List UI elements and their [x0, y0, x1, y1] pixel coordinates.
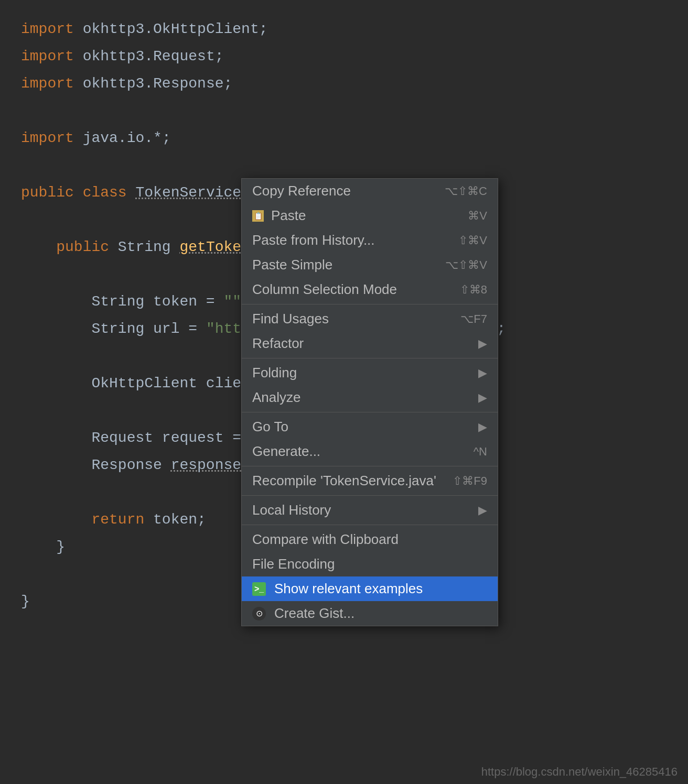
- menu-item-label: Folding: [252, 365, 297, 381]
- submenu-arrow-icon: ▶: [478, 504, 487, 517]
- menu-item-analyze[interactable]: Analyze ▶: [242, 385, 498, 410]
- menu-item-label: ⊙ Create Gist...: [252, 605, 354, 622]
- menu-item-label: Compare with Clipboard: [252, 531, 399, 548]
- status-url: https://blog.csdn.net/weixin_46285416: [481, 765, 678, 778]
- code-line: [0, 97, 688, 125]
- menu-separator: [242, 525, 498, 525]
- menu-shortcut: ⌥⇧⌘V: [445, 258, 487, 272]
- menu-separator: [242, 358, 498, 358]
- menu-item-label: Paste Simple: [252, 257, 332, 273]
- code-line: import okhttp3.Request;: [0, 43, 688, 70]
- menu-item-generate[interactable]: Generate... ^N: [242, 439, 498, 464]
- menu-separator: [242, 304, 498, 304]
- menu-item-label: Column Selection Mode: [252, 281, 397, 298]
- menu-item-label: Copy Reference: [252, 183, 351, 199]
- menu-item-paste[interactable]: 📋 Paste ⌘V: [242, 203, 498, 228]
- menu-item-refactor[interactable]: Refactor ▶: [242, 331, 498, 356]
- menu-shortcut: ^N: [474, 445, 487, 459]
- menu-item-show-examples[interactable]: >_ Show relevant examples: [242, 576, 498, 601]
- menu-separator: [242, 466, 498, 466]
- menu-item-label: Go To: [252, 419, 288, 435]
- menu-item-label: Refactor: [252, 335, 304, 352]
- submenu-arrow-icon: ▶: [478, 366, 487, 380]
- menu-item-label: Generate...: [252, 443, 320, 460]
- status-bar: https://blog.csdn.net/weixin_46285416: [481, 765, 678, 779]
- menu-shortcut: ⇧⌘8: [460, 283, 487, 297]
- menu-item-file-encoding[interactable]: File Encoding: [242, 552, 498, 576]
- menu-item-label: Analyze: [252, 389, 301, 406]
- submenu-arrow-icon: ▶: [478, 391, 487, 405]
- menu-item-local-history[interactable]: Local History ▶: [242, 498, 498, 522]
- menu-item-label: Local History: [252, 502, 331, 518]
- menu-item-go-to[interactable]: Go To ▶: [242, 415, 498, 439]
- menu-item-find-usages[interactable]: Find Usages ⌥F7: [242, 307, 498, 331]
- menu-item-label: >_ Show relevant examples: [252, 581, 423, 597]
- context-menu: Copy Reference ⌥⇧⌘C 📋 Paste ⌘V Paste fro…: [241, 178, 498, 626]
- code-line: [0, 152, 688, 179]
- menu-item-compare-clipboard[interactable]: Compare with Clipboard: [242, 527, 498, 552]
- code-line: import okhttp3.Response;: [0, 70, 688, 97]
- github-icon: ⊙: [252, 607, 266, 620]
- menu-item-label: Find Usages: [252, 311, 329, 327]
- menu-item-label: 📋 Paste: [252, 208, 306, 224]
- menu-item-label: Paste from History...: [252, 232, 375, 248]
- menu-item-copy-reference[interactable]: Copy Reference ⌥⇧⌘C: [242, 179, 498, 203]
- menu-item-paste-simple[interactable]: Paste Simple ⌥⇧⌘V: [242, 253, 498, 277]
- code-line: import java.io.*;: [0, 125, 688, 152]
- menu-shortcut: ⌘V: [468, 209, 487, 223]
- menu-shortcut: ⇧⌘F9: [453, 474, 487, 488]
- menu-item-recompile[interactable]: Recompile 'TokenService.java' ⇧⌘F9: [242, 469, 498, 493]
- submenu-arrow-icon: ▶: [478, 420, 487, 434]
- menu-item-folding[interactable]: Folding ▶: [242, 361, 498, 385]
- menu-shortcut: ⇧⌘V: [458, 234, 487, 247]
- terminal-icon: >_: [252, 582, 266, 596]
- menu-item-column-selection[interactable]: Column Selection Mode ⇧⌘8: [242, 277, 498, 302]
- menu-item-label: Recompile 'TokenService.java': [252, 473, 436, 489]
- menu-separator: [242, 412, 498, 412]
- menu-shortcut: ⌥⇧⌘C: [445, 184, 487, 198]
- menu-item-create-gist[interactable]: ⊙ Create Gist...: [242, 601, 498, 626]
- menu-separator: [242, 495, 498, 496]
- menu-shortcut: ⌥F7: [460, 312, 487, 326]
- submenu-arrow-icon: ▶: [478, 337, 487, 351]
- menu-item-paste-history[interactable]: Paste from History... ⇧⌘V: [242, 228, 498, 253]
- code-line: import okhttp3.OkHttpClient;: [0, 16, 688, 43]
- paste-icon: 📋: [252, 210, 264, 222]
- menu-item-label: File Encoding: [252, 556, 335, 572]
